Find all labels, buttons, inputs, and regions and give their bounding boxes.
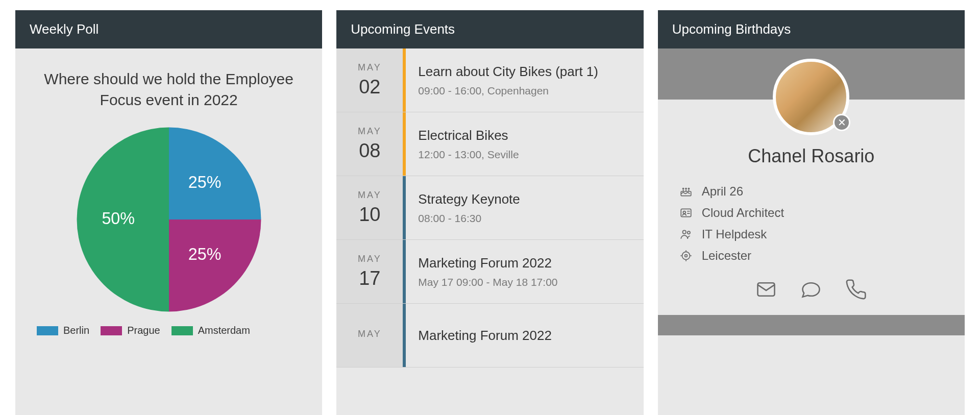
event-title: Strategy Keynote — [418, 191, 631, 207]
legend-item[interactable]: Berlin — [37, 325, 89, 336]
avatar-wrap: ✕ — [773, 59, 849, 135]
svg-point-9 — [684, 255, 687, 257]
cake-icon — [678, 185, 694, 198]
pie-slice-label: 50% — [102, 209, 135, 228]
event-body: Electrical Bikes12:00 - 13:00, Seville — [406, 112, 643, 176]
event-detail: 08:00 - 16:30 — [418, 212, 631, 225]
svg-rect-10 — [758, 283, 775, 296]
event-day: 02 — [359, 76, 380, 98]
poll-question: Where should we hold the Employee Focus … — [31, 69, 307, 110]
event-detail: 09:00 - 16:00, Copenhagen — [418, 85, 631, 97]
poll-content: Where should we hold the Employee Focus … — [15, 48, 322, 341]
legend-label: Berlin — [63, 325, 89, 336]
event-body: Marketing Forum 2022 — [406, 304, 643, 367]
id-card-icon — [678, 206, 694, 219]
event-row[interactable]: MAY10Strategy Keynote08:00 - 16:30 — [336, 176, 643, 240]
event-date: MAY10 — [336, 176, 403, 239]
legend-item[interactable]: Amsterdam — [172, 325, 250, 336]
event-date: MAY08 — [336, 112, 403, 176]
legend-item[interactable]: Prague — [101, 325, 160, 336]
legend-swatch — [101, 326, 122, 335]
event-month: MAY — [358, 62, 382, 73]
weekly-poll-card: Weekly Poll Where should we hold the Emp… — [15, 10, 322, 415]
location-target-icon — [678, 249, 694, 262]
svg-point-2 — [685, 188, 687, 189]
event-title: Electrical Bikes — [418, 128, 631, 143]
event-row[interactable]: MAY02Learn about City Bikes (part 1)09:0… — [336, 48, 643, 112]
event-body: Marketing Forum 2022May 17 09:00 - May 1… — [406, 240, 643, 303]
event-month: MAY — [358, 254, 382, 264]
legend-label: Prague — [127, 325, 160, 336]
close-icon[interactable]: ✕ — [833, 114, 850, 131]
event-date: MAY — [336, 304, 403, 367]
svg-point-7 — [687, 231, 690, 234]
pie-slice[interactable] — [169, 219, 261, 312]
upcoming-birthdays-card: Upcoming Birthdays ✕ Chanel Rosario Apri… — [658, 10, 965, 415]
pie-slice-label: 25% — [188, 173, 222, 191]
birthday-date-line: April 26 — [678, 184, 944, 199]
event-date: MAY02 — [336, 48, 403, 112]
people-icon — [678, 228, 694, 241]
legend-label: Amsterdam — [198, 325, 250, 336]
svg-point-3 — [688, 188, 689, 189]
event-detail: May 17 09:00 - May 18 17:00 — [418, 276, 631, 288]
birthday-banner: ✕ — [658, 48, 965, 100]
event-month: MAY — [358, 126, 382, 137]
poll-legend: BerlinPragueAmsterdam — [31, 325, 307, 341]
event-row[interactable]: MAY17Marketing Forum 2022May 17 09:00 - … — [336, 240, 643, 304]
event-title: Marketing Forum 2022 — [418, 255, 631, 271]
svg-point-5 — [683, 211, 685, 214]
event-month: MAY — [358, 190, 382, 201]
pie-slice-label: 25% — [188, 245, 222, 263]
birthday-person-name: Chanel Rosario — [658, 145, 965, 167]
birthday-team: IT Helpdesk — [702, 227, 767, 241]
birthday-date: April 26 — [702, 184, 743, 199]
chat-icon[interactable] — [800, 278, 822, 303]
birthday-role-line: Cloud Architect — [678, 206, 944, 220]
upcoming-events-card: Upcoming Events MAY02Learn about City Bi… — [336, 10, 643, 415]
svg-point-6 — [682, 230, 686, 234]
birthday-footer — [658, 315, 965, 335]
birthday-actions — [658, 278, 965, 315]
event-month: MAY — [358, 329, 382, 339]
svg-point-8 — [682, 252, 690, 259]
upcoming-events-header: Upcoming Events — [336, 10, 643, 48]
weekly-poll-header: Weekly Poll — [15, 10, 322, 48]
phone-icon[interactable] — [845, 278, 867, 303]
upcoming-birthdays-header: Upcoming Birthdays — [658, 10, 965, 48]
event-title: Learn about City Bikes (part 1) — [418, 64, 631, 80]
event-day: 10 — [359, 204, 380, 226]
legend-swatch — [172, 326, 193, 335]
event-title: Marketing Forum 2022 — [418, 328, 631, 344]
event-body: Learn about City Bikes (part 1)09:00 - 1… — [406, 48, 643, 112]
mail-icon[interactable] — [755, 278, 777, 303]
svg-point-1 — [682, 188, 683, 189]
event-row[interactable]: MAYMarketing Forum 2022 — [336, 304, 643, 368]
event-date: MAY17 — [336, 240, 403, 303]
event-day: 08 — [359, 140, 380, 162]
event-row[interactable]: MAY08Electrical Bikes12:00 - 13:00, Sevi… — [336, 112, 643, 176]
events-list: MAY02Learn about City Bikes (part 1)09:0… — [336, 48, 643, 368]
birthday-role: Cloud Architect — [702, 206, 784, 220]
event-detail: 12:00 - 13:00, Seville — [418, 149, 631, 161]
birthday-location-line: Leicester — [678, 249, 944, 263]
birthday-team-line: IT Helpdesk — [678, 227, 944, 241]
poll-pie-chart: 25%25%50% — [31, 123, 307, 316]
legend-swatch — [37, 326, 58, 335]
birthday-location: Leicester — [702, 249, 751, 263]
birthday-details: April 26 Cloud Architect IT Helpdesk Lei… — [658, 184, 965, 263]
event-body: Strategy Keynote08:00 - 16:30 — [406, 176, 643, 239]
event-day: 17 — [359, 267, 380, 289]
